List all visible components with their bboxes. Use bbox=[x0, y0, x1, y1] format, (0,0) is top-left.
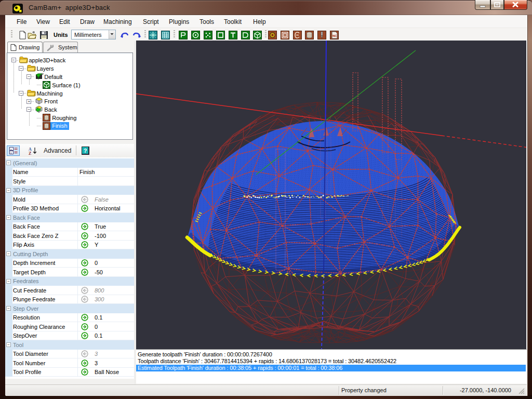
svg-text:+: + bbox=[10, 151, 12, 154]
svg-text:Z: Z bbox=[29, 151, 31, 155]
svg-text:+: + bbox=[10, 148, 12, 151]
svg-text:NC: NC bbox=[332, 34, 337, 37]
